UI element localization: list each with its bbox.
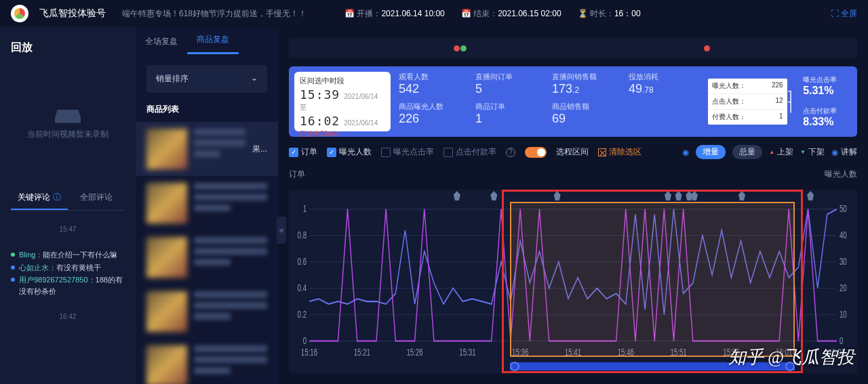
- comment-time: 16:42: [11, 313, 125, 320]
- axis-label-left: 订单: [289, 169, 305, 180]
- app-title: 飞瓜智投体验号: [39, 7, 106, 20]
- conversion-rates: 曝光人数：226点击人数：12付费人数：1 曝光点击率 5.31% 点击付款率 …: [708, 66, 857, 137]
- comment-item: Bling：能在介绍一下有什么嘛: [11, 249, 125, 261]
- product-item[interactable]: [136, 339, 278, 384]
- timeline-markers: [289, 38, 857, 58]
- svg-text:10: 10: [840, 309, 847, 320]
- tab-all-comments[interactable]: 全部评论: [68, 186, 125, 210]
- product-thumbnail: [146, 237, 187, 278]
- svg-text:1: 1: [303, 203, 307, 214]
- metrics-grid: 观看人数542直播间订单5直播间销售额173.2投放消耗49.78商品曝光人数2…: [396, 66, 708, 137]
- svg-text:15:56: 15:56: [723, 347, 740, 358]
- svg-text:0.6: 0.6: [298, 256, 307, 267]
- range-handle-right[interactable]: [785, 362, 795, 371]
- chart-toolbar: ✓订单 ✓曝光人数 曝光点击率 点击付款率 ? 选程区间 清除选区 ◉ 增量 总…: [289, 145, 857, 159]
- range-handle-left[interactable]: [510, 362, 519, 371]
- main-pane: 区间选中时段 15:392021/06/14 至 16:022021/06/14…: [278, 27, 868, 384]
- product-thumbnail: [146, 129, 187, 169]
- svg-text:15:31: 15:31: [459, 347, 476, 358]
- product-list-title: 商品列表: [136, 104, 278, 122]
- clear-selection-button[interactable]: 清除选区: [598, 146, 642, 158]
- end-time: 📅 结束：2021.06.15 02:00: [461, 8, 561, 20]
- svg-text:15:46: 15:46: [618, 347, 635, 358]
- duration: ⏳ 时长：16：00: [578, 8, 641, 20]
- svg-text:0: 0: [840, 335, 844, 346]
- session-title: 端午特惠专场！618好物节浮力提前送，手慢无！！: [122, 8, 307, 20]
- mode-radio-icon: ◉: [682, 148, 689, 157]
- tier-row: 付费人数：1: [708, 110, 787, 125]
- metric: 直播间订单5: [475, 72, 552, 102]
- tier-row: 曝光人数：226: [708, 79, 787, 94]
- marker-dot: [454, 45, 460, 51]
- checkbox-exposure[interactable]: ✓曝光人数: [327, 146, 372, 158]
- product-item[interactable]: [136, 176, 278, 230]
- metric: 投放消耗49.78: [629, 72, 705, 102]
- main-tabs: 全场复盘 商品复盘: [136, 27, 278, 54]
- video-placeholder: 当前时间视频暂未录制: [11, 94, 125, 155]
- comment-tabs: 关键评论 ⓘ 全部评论: [11, 186, 125, 211]
- app-logo: [11, 5, 28, 22]
- marker-dot: [704, 45, 710, 51]
- svg-text:15:26: 15:26: [406, 347, 423, 358]
- svg-text:40: 40: [840, 230, 847, 240]
- checkbox-orders[interactable]: ✓订单: [289, 146, 317, 158]
- range-scrubber[interactable]: [510, 362, 795, 370]
- svg-text:0.2: 0.2: [298, 309, 307, 320]
- svg-text:15:51: 15:51: [670, 347, 687, 358]
- header: 飞瓜智投体验号 端午特惠专场！618好物节浮力提前送，手慢无！！ 📅 开播：20…: [0, 0, 868, 27]
- product-thumbnail: [146, 183, 187, 223]
- video-placeholder-text: 当前时间视频暂未录制: [27, 129, 108, 140]
- marker-dot: [460, 45, 467, 51]
- product-sidebar: 全场复盘 商品复盘 销量排序 ⌄ 商品列表 果...: [136, 27, 278, 384]
- legend-shelf-on: ▲上架: [769, 146, 793, 158]
- chevron-down-icon: ⌄: [251, 73, 258, 85]
- range-toggle-label: 选程区间: [556, 146, 589, 158]
- svg-text:15:41: 15:41: [565, 347, 582, 358]
- metric: [629, 102, 705, 131]
- help-icon[interactable]: ?: [506, 148, 515, 157]
- tab-full-review[interactable]: 全场复盘: [136, 29, 187, 54]
- svg-text:15:36: 15:36: [512, 347, 529, 358]
- product-thumbnail: [146, 291, 187, 332]
- header-meta: 📅 开播：2021.06.14 10:00 📅 结束：2021.06.15 02…: [344, 8, 641, 20]
- product-item[interactable]: [136, 284, 278, 339]
- tab-key-comments[interactable]: 关键评论 ⓘ: [11, 186, 68, 210]
- legend-shelf-off: ▼下架: [800, 146, 825, 158]
- range-toggle[interactable]: [525, 147, 547, 158]
- metric: 商品订单1: [475, 102, 552, 131]
- svg-text:0.4: 0.4: [298, 282, 307, 293]
- axis-label-right: 曝光人数: [825, 169, 857, 180]
- pill-increment[interactable]: 增量: [696, 145, 726, 159]
- svg-text:50: 50: [840, 203, 847, 214]
- sort-dropdown[interactable]: 销量排序 ⌄: [146, 65, 267, 93]
- replay-title: 回放: [11, 41, 125, 63]
- svg-text:20: 20: [840, 282, 847, 293]
- svg-text:16:01: 16:01: [776, 347, 793, 358]
- replay-sidebar: 回放 当前时间视频暂未录制 关键评论 ⓘ 全部评论 15:47 Bling：能在…: [0, 27, 136, 384]
- legend-explain: ◉讲解: [831, 146, 857, 158]
- product-item[interactable]: [136, 230, 278, 284]
- comment-item: 心如止水：有没有黄桃干: [11, 262, 125, 274]
- video-placeholder-icon: [55, 110, 81, 123]
- stats-block: 区间选中时段 15:392021/06/14 至 16:022021/06/14…: [289, 66, 857, 137]
- product-thumbnail: [146, 345, 187, 384]
- tier-row: 点击人数：12: [708, 94, 787, 110]
- start-time: 📅 开播：2021.06.14 10:00: [344, 8, 445, 20]
- svg-text:0.8: 0.8: [298, 230, 307, 240]
- selected-time-range: 区间选中时段 15:392021/06/14 至 16:022021/06/14…: [294, 72, 391, 131]
- svg-text:15:16: 15:16: [301, 347, 318, 358]
- chart[interactable]: 00.20.40.60.810102030405015:1615:2115:26…: [289, 190, 857, 373]
- checkbox-payrate[interactable]: 点击付款率: [443, 146, 496, 158]
- product-item[interactable]: 果...: [136, 122, 278, 176]
- metric: 观看人数542: [399, 72, 475, 102]
- comment-time: 15:47: [11, 226, 125, 233]
- comment-item: 用户9892672527850：188的有没有秒杀价: [11, 274, 125, 297]
- svg-text:0: 0: [303, 335, 307, 346]
- checkbox-ctr[interactable]: 曝光点击率: [381, 146, 434, 158]
- tab-product-review[interactable]: 商品复盘: [187, 27, 239, 54]
- metric: 直播间销售额173.2: [552, 72, 629, 102]
- metric: 商品曝光人数226: [399, 102, 475, 131]
- metric: 商品销售额69: [552, 102, 629, 131]
- fullscreen-button[interactable]: ⛶ 全屏: [831, 8, 857, 20]
- pill-total[interactable]: 总量: [732, 145, 762, 159]
